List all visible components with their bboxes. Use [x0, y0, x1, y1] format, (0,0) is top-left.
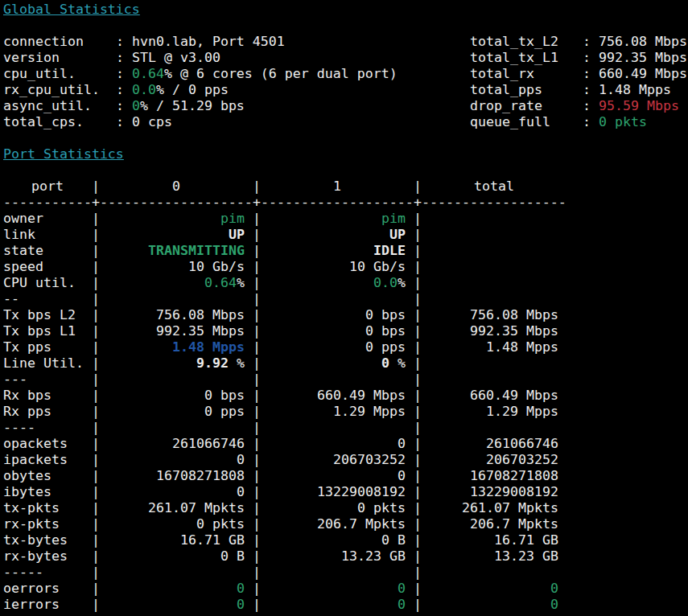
stat-value: 0 pkts: [357, 500, 406, 516]
total-value: [422, 211, 566, 227]
port1-value: 0: [261, 597, 414, 613]
stat-value: 261.07 Mpkts: [148, 500, 245, 516]
pipe: |: [253, 500, 261, 516]
total-value: 0: [422, 581, 566, 597]
row-label: -----: [3, 565, 92, 581]
global-stat-row: rx_cpu_util.: 0.0% / 0 ppstotal_pps: 1.4…: [3, 82, 688, 98]
pipe: |: [253, 436, 261, 452]
stat-label: total_tx_L2: [470, 34, 583, 50]
stat-value-group: hvn0.lab, Port 4501: [132, 34, 285, 50]
port1-value: 13229008192: [261, 484, 414, 500]
port1-value: 10 Gb/s: [261, 259, 414, 275]
port0-value: 0: [100, 581, 253, 597]
total-value: [422, 372, 566, 388]
pipe: |: [253, 259, 261, 275]
pipe: |: [92, 436, 100, 452]
pipe: |: [92, 227, 100, 243]
port0-value: 756.08 Mbps: [100, 307, 253, 323]
stat-value: 0: [398, 597, 406, 613]
stat-value: %: [229, 355, 245, 372]
table-row: rx-pkts|0 pkts|206.7 Mpkts|206.7 Mpkts: [3, 516, 688, 532]
port1-value: 0 bps: [261, 323, 414, 339]
pipe: |: [414, 436, 422, 452]
port0-value: [100, 420, 253, 436]
stat-label: cpu_util.: [3, 66, 116, 82]
stat-value: 0: [237, 581, 245, 597]
port0-value: TRANSMITTING: [100, 243, 253, 259]
total-value: 1.29 Mpps: [422, 404, 566, 420]
pipe: |: [92, 516, 100, 532]
pipe: |: [414, 516, 422, 532]
row-label: opackets: [3, 436, 92, 452]
colon: :: [116, 50, 132, 66]
pipe: |: [414, 339, 422, 355]
colon: :: [583, 34, 599, 50]
stat-value: 206.7 Mpkts: [470, 516, 558, 532]
port0-value: [100, 565, 253, 581]
stat-value: 261.07 Mpkts: [462, 500, 558, 516]
port1-value: 206.7 Mpkts: [261, 516, 414, 532]
pipe: |: [92, 307, 100, 323]
stat-value-group: 0.64% @ 6 cores (6 per dual port): [132, 66, 398, 82]
row-label: tx-bytes: [3, 532, 92, 548]
stat-value-group: 0 cps: [132, 114, 172, 130]
port1-value: 0: [261, 468, 414, 484]
stat-value: 0: [237, 484, 245, 500]
stat-value: 0 bps: [365, 307, 406, 323]
port0-value: 0: [100, 452, 253, 468]
pipe: |: [92, 243, 100, 259]
total-value: [422, 275, 566, 291]
stat-value: 10 Gb/s: [349, 259, 406, 275]
stat-value: 16.71 GB: [494, 532, 558, 548]
colon: :: [116, 82, 132, 98]
global-stat-right: total_tx_L2: 756.08 Mbps: [470, 34, 687, 50]
table-row: link|UP|UP|: [3, 227, 688, 243]
row-label: state: [3, 243, 92, 259]
colon: :: [116, 98, 132, 114]
total-value: [422, 259, 566, 275]
table-row: Tx bps L2|756.08 Mbps|0 bps|756.08 Mbps: [3, 307, 688, 323]
pipe: |: [253, 532, 261, 548]
stat-value: 13.23 GB: [494, 548, 558, 565]
pipe: |: [414, 291, 422, 307]
stat-value: 0 pps: [204, 404, 245, 420]
pipe: |: [253, 179, 261, 195]
port1-value: 0 B: [261, 532, 414, 548]
total-value: 756.08 Mbps: [422, 307, 566, 323]
total-value: 261.07 Mpkts: [422, 500, 566, 516]
stat-value: STL @ v3.00: [132, 50, 220, 65]
pipe: |: [414, 307, 422, 323]
row-label: Line Util.: [3, 355, 92, 372]
stat-value: pim: [381, 211, 406, 227]
pipe: |: [253, 291, 261, 307]
row-label: ierrors: [3, 597, 92, 613]
port-statistics-table: owner|pim|pim|link|UP|UP|state|TRANSMITT…: [3, 211, 688, 613]
stat-value: 261066746: [486, 436, 558, 452]
row-label: --: [3, 291, 92, 307]
stat-value: 0 pkts: [599, 114, 647, 129]
port0-value: 16708271808: [100, 468, 253, 484]
stat-value-group: 95.59 Mbps: [599, 98, 679, 114]
pipe: |: [414, 372, 422, 388]
pipe: |: [92, 420, 100, 436]
stat-value: 0 pps: [365, 339, 406, 355]
separator-dashes: -----------: [3, 195, 92, 211]
pipe: |: [414, 323, 422, 339]
stat-value: 0.0: [373, 275, 398, 291]
stat-label: rx_cpu_util.: [3, 82, 116, 98]
row-label: ---: [3, 372, 92, 388]
stat-value: 9.92: [196, 355, 229, 372]
pipe: |: [253, 581, 261, 597]
stat-value: 1.29 Mpps: [486, 404, 558, 420]
total-value: 992.35 Mbps: [422, 323, 566, 339]
table-row: CPU util.|0.64%|0.0%|: [3, 275, 688, 291]
stat-value-group: 1.48 Mpps: [599, 82, 671, 98]
total-value: [422, 243, 566, 259]
pipe: |: [414, 259, 422, 275]
pipe: |: [253, 227, 261, 243]
pipe: |: [414, 452, 422, 468]
stat-value: 206703252: [333, 452, 406, 468]
table-row: Rx pps|0 pps|1.29 Mpps|1.29 Mpps: [3, 404, 688, 420]
stat-value-group: 756.08 Mbps: [599, 34, 687, 50]
colon: :: [583, 50, 599, 66]
